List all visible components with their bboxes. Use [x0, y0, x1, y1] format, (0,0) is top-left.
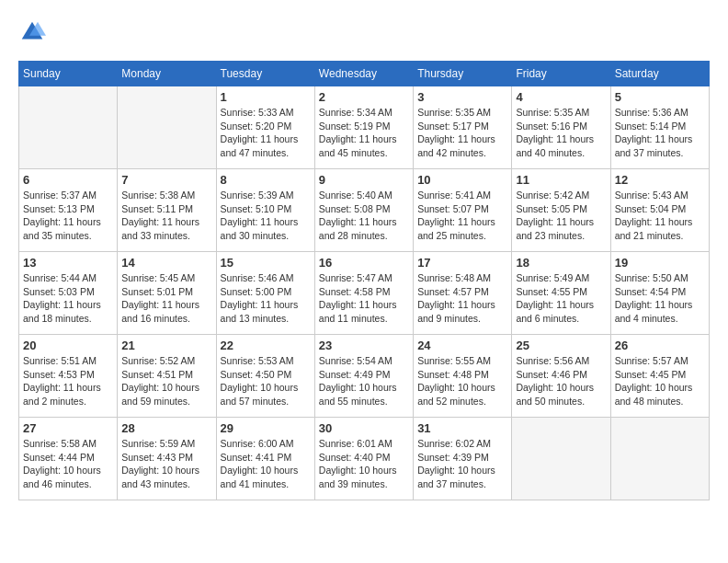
calendar-cell: 13Sunrise: 5:44 AMSunset: 5:03 PMDayligh… [19, 252, 118, 335]
day-info: Sunrise: 5:59 AMSunset: 4:43 PMDaylight:… [121, 437, 211, 491]
day-info: Sunrise: 5:53 AMSunset: 4:50 PMDaylight:… [221, 354, 311, 408]
day-info: Sunrise: 5:57 AMSunset: 4:45 PMDaylight:… [615, 354, 705, 408]
calendar-cell [610, 418, 709, 500]
day-number: 17 [417, 256, 507, 270]
day-number: 18 [516, 256, 606, 270]
day-number: 6 [23, 173, 113, 187]
calendar-cell: 17Sunrise: 5:48 AMSunset: 4:57 PMDayligh… [414, 252, 512, 335]
day-info: Sunrise: 6:00 AMSunset: 4:41 PMDaylight:… [221, 437, 311, 491]
day-number: 25 [516, 339, 606, 352]
calendar-cell [19, 86, 118, 169]
day-info: Sunrise: 5:55 AMSunset: 4:48 PMDaylight:… [417, 354, 507, 408]
day-info: Sunrise: 5:50 AMSunset: 4:54 PMDaylight:… [615, 271, 705, 326]
day-info: Sunrise: 6:02 AMSunset: 4:39 PMDaylight:… [417, 437, 507, 491]
day-number: 16 [319, 256, 409, 270]
day-info: Sunrise: 5:35 AMSunset: 5:17 PMDaylight:… [417, 106, 507, 160]
day-number: 24 [417, 339, 507, 352]
day-info: Sunrise: 5:46 AMSunset: 5:00 PMDaylight:… [221, 271, 311, 326]
day-header-tuesday: Tuesday [216, 62, 314, 86]
day-info: Sunrise: 5:52 AMSunset: 4:51 PMDaylight:… [121, 354, 211, 408]
day-header-wednesday: Wednesday [314, 62, 413, 86]
calendar-table: SundayMondayTuesdayWednesdayThursdayFrid… [18, 61, 710, 500]
day-number: 31 [417, 421, 507, 435]
calendar-cell: 20Sunrise: 5:51 AMSunset: 4:53 PMDayligh… [19, 335, 118, 418]
day-number: 30 [319, 421, 409, 435]
calendar-cell: 26Sunrise: 5:57 AMSunset: 4:45 PMDayligh… [610, 335, 709, 418]
day-header-friday: Friday [512, 62, 610, 86]
day-number: 22 [221, 339, 311, 352]
day-number: 11 [516, 173, 606, 187]
day-info: Sunrise: 5:40 AMSunset: 5:08 PMDaylight:… [319, 189, 409, 243]
day-number: 20 [23, 339, 113, 352]
day-number: 15 [221, 256, 311, 270]
day-info: Sunrise: 6:01 AMSunset: 4:40 PMDaylight:… [319, 437, 409, 491]
logo [18, 18, 50, 46]
calendar-cell: 8Sunrise: 5:39 AMSunset: 5:10 PMDaylight… [216, 169, 314, 252]
day-number: 5 [615, 90, 705, 104]
day-info: Sunrise: 5:43 AMSunset: 5:04 PMDaylight:… [615, 189, 705, 243]
calendar-cell: 23Sunrise: 5:54 AMSunset: 4:49 PMDayligh… [314, 335, 413, 418]
day-info: Sunrise: 5:37 AMSunset: 5:13 PMDaylight:… [23, 189, 113, 243]
day-number: 21 [121, 339, 211, 352]
day-number: 13 [23, 256, 113, 270]
calendar-cell: 21Sunrise: 5:52 AMSunset: 4:51 PMDayligh… [118, 335, 216, 418]
calendar-cell: 27Sunrise: 5:58 AMSunset: 4:44 PMDayligh… [19, 418, 118, 500]
day-info: Sunrise: 5:54 AMSunset: 4:49 PMDaylight:… [319, 354, 409, 408]
calendar-cell: 16Sunrise: 5:47 AMSunset: 4:58 PMDayligh… [314, 252, 413, 335]
day-number: 9 [319, 173, 409, 187]
calendar-cell: 22Sunrise: 5:53 AMSunset: 4:50 PMDayligh… [216, 335, 314, 418]
calendar-cell: 28Sunrise: 5:59 AMSunset: 4:43 PMDayligh… [118, 418, 216, 500]
calendar-week-row: 20Sunrise: 5:51 AMSunset: 4:53 PMDayligh… [19, 335, 710, 418]
day-number: 3 [417, 90, 507, 104]
day-info: Sunrise: 5:58 AMSunset: 4:44 PMDaylight:… [23, 437, 113, 491]
calendar-cell: 3Sunrise: 5:35 AMSunset: 5:17 PMDaylight… [414, 86, 512, 169]
calendar-cell: 30Sunrise: 6:01 AMSunset: 4:40 PMDayligh… [314, 418, 413, 500]
calendar-cell: 15Sunrise: 5:46 AMSunset: 5:00 PMDayligh… [216, 252, 314, 335]
calendar-cell: 14Sunrise: 5:45 AMSunset: 5:01 PMDayligh… [118, 252, 216, 335]
calendar-week-row: 1Sunrise: 5:33 AMSunset: 5:20 PMDaylight… [19, 86, 710, 169]
day-info: Sunrise: 5:36 AMSunset: 5:14 PMDaylight:… [615, 106, 705, 160]
day-info: Sunrise: 5:51 AMSunset: 4:53 PMDaylight:… [23, 354, 113, 408]
day-info: Sunrise: 5:47 AMSunset: 4:58 PMDaylight:… [319, 271, 409, 326]
calendar-cell: 18Sunrise: 5:49 AMSunset: 4:55 PMDayligh… [512, 252, 610, 335]
day-info: Sunrise: 5:44 AMSunset: 5:03 PMDaylight:… [23, 271, 113, 326]
day-number: 28 [121, 421, 211, 435]
day-number: 23 [319, 339, 409, 352]
calendar-cell [512, 418, 610, 500]
calendar-cell: 10Sunrise: 5:41 AMSunset: 5:07 PMDayligh… [414, 169, 512, 252]
calendar-cell: 5Sunrise: 5:36 AMSunset: 5:14 PMDaylight… [610, 86, 709, 169]
calendar-cell: 1Sunrise: 5:33 AMSunset: 5:20 PMDaylight… [216, 86, 314, 169]
day-number: 26 [615, 339, 705, 352]
day-info: Sunrise: 5:48 AMSunset: 4:57 PMDaylight:… [417, 271, 507, 326]
day-info: Sunrise: 5:42 AMSunset: 5:05 PMDaylight:… [516, 189, 606, 243]
calendar-cell: 6Sunrise: 5:37 AMSunset: 5:13 PMDaylight… [19, 169, 118, 252]
day-info: Sunrise: 5:41 AMSunset: 5:07 PMDaylight:… [417, 189, 507, 243]
day-info: Sunrise: 5:33 AMSunset: 5:20 PMDaylight:… [221, 106, 311, 160]
day-info: Sunrise: 5:39 AMSunset: 5:10 PMDaylight:… [221, 189, 311, 243]
day-number: 1 [221, 90, 311, 104]
day-number: 10 [417, 173, 507, 187]
calendar-cell: 24Sunrise: 5:55 AMSunset: 4:48 PMDayligh… [414, 335, 512, 418]
day-info: Sunrise: 5:35 AMSunset: 5:16 PMDaylight:… [516, 106, 606, 160]
calendar-cell: 31Sunrise: 6:02 AMSunset: 4:39 PMDayligh… [414, 418, 512, 500]
day-info: Sunrise: 5:38 AMSunset: 5:11 PMDaylight:… [121, 189, 211, 243]
logo-icon [18, 18, 46, 46]
day-number: 12 [615, 173, 705, 187]
calendar-week-row: 13Sunrise: 5:44 AMSunset: 5:03 PMDayligh… [19, 252, 710, 335]
calendar-cell: 25Sunrise: 5:56 AMSunset: 4:46 PMDayligh… [512, 335, 610, 418]
calendar-cell: 4Sunrise: 5:35 AMSunset: 5:16 PMDaylight… [512, 86, 610, 169]
day-number: 27 [23, 421, 113, 435]
day-info: Sunrise: 5:49 AMSunset: 4:55 PMDaylight:… [516, 271, 606, 326]
day-header-thursday: Thursday [414, 62, 512, 86]
calendar-cell: 2Sunrise: 5:34 AMSunset: 5:19 PMDaylight… [314, 86, 413, 169]
day-header-saturday: Saturday [610, 62, 709, 86]
day-header-monday: Monday [118, 62, 216, 86]
day-number: 14 [121, 256, 211, 270]
day-number: 29 [221, 421, 311, 435]
day-number: 4 [516, 90, 606, 104]
calendar-week-row: 27Sunrise: 5:58 AMSunset: 4:44 PMDayligh… [19, 418, 710, 500]
day-number: 2 [319, 90, 409, 104]
calendar-cell: 29Sunrise: 6:00 AMSunset: 4:41 PMDayligh… [216, 418, 314, 500]
calendar-header-row: SundayMondayTuesdayWednesdayThursdayFrid… [19, 62, 710, 86]
calendar-cell [118, 86, 216, 169]
